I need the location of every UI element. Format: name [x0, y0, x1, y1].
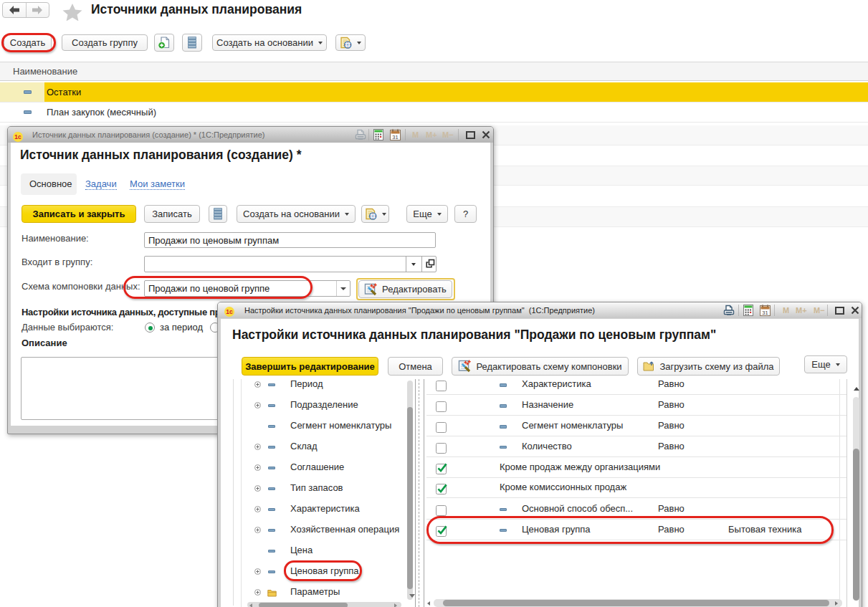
svg-text:31: 31 — [392, 134, 398, 140]
svg-text:1с: 1с — [226, 308, 233, 315]
svg-text:1с: 1с — [14, 133, 22, 140]
svg-text:31: 31 — [762, 310, 768, 316]
